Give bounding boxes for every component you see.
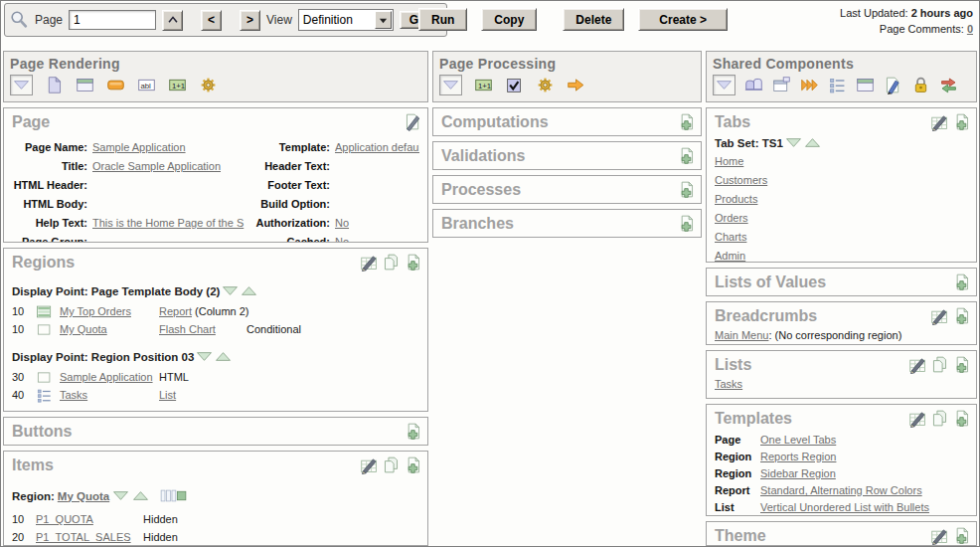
sort-down-icon[interactable]: [222, 284, 239, 297]
create-button-icon[interactable]: [106, 76, 125, 94]
lists-of-values-section: Lists of Values: [706, 268, 977, 296]
breadcrumb-link[interactable]: Main Menu: [715, 329, 768, 341]
region-type-link[interactable]: Flash Chart: [159, 323, 216, 335]
tab-link[interactable]: Orders: [715, 212, 748, 224]
edit-theme-icon[interactable]: [930, 526, 949, 545]
tab-link[interactable]: Charts: [715, 231, 746, 243]
sort-down-icon[interactable]: [196, 350, 213, 363]
create-validation-icon[interactable]: [505, 76, 524, 94]
template-link[interactable]: One Level Tabs: [760, 434, 836, 446]
sort-up-icon[interactable]: [215, 350, 232, 363]
page-number-input[interactable]: [69, 10, 156, 30]
page-name-link[interactable]: Sample Application: [92, 141, 186, 153]
list-link[interactable]: Tasks: [715, 378, 742, 390]
breadcrumb-icon[interactable]: [800, 76, 819, 94]
collapse-all-icon[interactable]: [10, 75, 33, 95]
edit-all-regions-icon[interactable]: [360, 253, 379, 272]
view-select[interactable]: Definition: [298, 9, 394, 31]
edit-templates-icon[interactable]: [908, 409, 927, 428]
region-name-link[interactable]: Tasks: [60, 389, 87, 401]
reorder-items-icon[interactable]: [160, 487, 187, 504]
template-link[interactable]: Application default: [335, 141, 419, 153]
create-region-icon[interactable]: [404, 253, 422, 272]
create-button[interactable]: Create >: [638, 8, 728, 31]
create-lov-icon[interactable]: [952, 273, 971, 291]
item-sequence: 10: [12, 513, 36, 525]
page-popup-button[interactable]: [162, 10, 183, 31]
create-button-icon[interactable]: [404, 422, 422, 441]
report-region-icon: [36, 303, 53, 320]
tab-link[interactable]: Customers: [715, 174, 767, 186]
edit-lists-icon[interactable]: [908, 355, 927, 374]
region-type-link[interactable]: Report: [159, 305, 192, 317]
region-row: 10 My Top Orders Report (Column 2): [12, 302, 419, 320]
template-link[interactable]: Standard, Alternating Row Colors: [760, 484, 922, 496]
copy-region-icon[interactable]: [382, 253, 401, 272]
previous-page-button[interactable]: <: [201, 10, 222, 31]
copy-button[interactable]: Copy: [481, 8, 537, 31]
create-computation-icon[interactable]: [168, 76, 187, 94]
run-button[interactable]: Run: [418, 8, 467, 31]
tabs-icon[interactable]: [744, 76, 763, 94]
create-list-icon[interactable]: [952, 355, 971, 374]
delete-button[interactable]: Delete: [563, 8, 624, 31]
create-validation-icon[interactable]: [677, 146, 696, 165]
create-process-icon[interactable]: [536, 76, 555, 94]
tab-link[interactable]: Admin: [715, 250, 745, 262]
create-page-icon[interactable]: [45, 76, 64, 94]
edit-breadcrumbs-icon[interactable]: [930, 306, 949, 325]
security-lock-icon[interactable]: [911, 76, 930, 94]
create-template-icon[interactable]: [952, 409, 971, 428]
edit-page-attributes-icon[interactable]: [404, 112, 422, 131]
tab-link[interactable]: Home: [715, 155, 743, 167]
create-theme-icon[interactable]: [952, 526, 971, 545]
tab-link[interactable]: Products: [715, 193, 757, 205]
create-process-icon[interactable]: [199, 76, 218, 94]
create-item-icon[interactable]: [137, 76, 156, 94]
sort-down-icon[interactable]: [785, 136, 802, 149]
region-template-icon[interactable]: [856, 76, 875, 94]
title-link[interactable]: Oracle Sample Application: [92, 160, 221, 172]
create-process-icon[interactable]: [677, 180, 696, 199]
item-name-link[interactable]: P1_QUOTA: [36, 513, 93, 525]
create-breadcrumb-icon[interactable]: [952, 306, 971, 325]
items-region-link[interactable]: My Quota: [58, 490, 109, 502]
sort-up-icon[interactable]: [132, 489, 149, 502]
page-comments-link[interactable]: 0: [967, 23, 973, 35]
copy-list-icon[interactable]: [930, 355, 949, 374]
item-name-link[interactable]: P1_TOTAL_SALES: [36, 531, 131, 543]
create-tab-icon[interactable]: [952, 112, 971, 131]
translate-icon[interactable]: [939, 76, 958, 94]
region-type-link[interactable]: List: [159, 389, 176, 401]
edit-all-items-icon[interactable]: [360, 456, 379, 474]
copy-item-icon[interactable]: [382, 456, 401, 474]
collapse-all-icon[interactable]: [713, 75, 735, 95]
create-branch-icon[interactable]: [567, 76, 585, 94]
template-link[interactable]: Sidebar Region: [760, 467, 836, 479]
sort-down-icon[interactable]: [112, 489, 129, 502]
create-branch-icon[interactable]: [677, 214, 696, 233]
region-name-link[interactable]: My Quota: [60, 323, 107, 335]
create-computation-icon[interactable]: [677, 112, 696, 131]
sort-up-icon[interactable]: [804, 136, 821, 149]
region-name-link[interactable]: Sample Application: [60, 371, 153, 383]
collapse-all-icon[interactable]: [439, 75, 462, 95]
create-region-icon[interactable]: [76, 76, 94, 94]
theme-icon[interactable]: [884, 76, 902, 94]
help-text-link[interactable]: This is the Home Page of the S: [92, 217, 244, 229]
cached-link[interactable]: No: [335, 236, 349, 243]
region-name-link[interactable]: My Top Orders: [60, 305, 131, 317]
template-link[interactable]: Reports Region: [760, 451, 836, 462]
search-icon: [9, 10, 29, 30]
popup-window-icon[interactable]: [772, 76, 791, 94]
field-label: Title:: [12, 157, 87, 176]
list-icon[interactable]: [828, 76, 847, 94]
edit-tabs-icon[interactable]: [930, 112, 949, 131]
next-page-button[interactable]: >: [240, 10, 260, 31]
template-link[interactable]: Vertical Unordered List with Bullets: [760, 501, 929, 513]
copy-template-icon[interactable]: [930, 409, 949, 428]
sort-up-icon[interactable]: [241, 284, 257, 297]
create-computation-icon[interactable]: [474, 76, 493, 94]
create-item-icon[interactable]: [404, 456, 422, 474]
authorization-link[interactable]: No: [335, 217, 349, 229]
